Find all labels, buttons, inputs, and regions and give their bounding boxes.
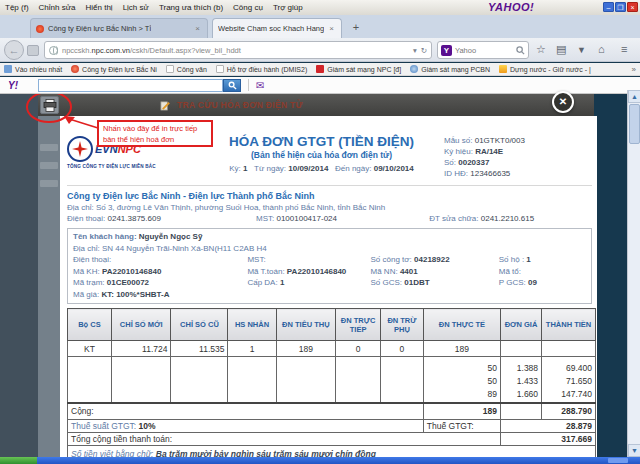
customer-address: Địa chỉ: SN 44 Nguyễn Trãi-Ninh Xá-BN(H1… <box>73 243 586 255</box>
red-square-icon <box>316 65 324 73</box>
tab-evn-bac-ninh[interactable]: Công ty Điện lực Bắc Ninh > Tỉ × <box>30 18 208 38</box>
home-icon[interactable]: ⌂ <box>598 43 605 55</box>
url-dropdown-icon[interactable]: ▾ <box>413 46 417 55</box>
restore-button[interactable]: ❐ <box>615 2 626 12</box>
scroll-down-icon[interactable]: ▼ <box>628 444 640 457</box>
crown-icon <box>499 65 507 73</box>
print-invoice-button[interactable] <box>40 96 59 114</box>
table-header-row: Bộ CSCHỈ SỐ MỚI CHỈ SỐ CŨHS NHÂN ĐN TIÊU… <box>68 309 596 341</box>
invoice-modal: EVNNPC TỔNG CÔNG TY ĐIỆN LỰC MIỀN BẮC HÓ… <box>60 116 597 464</box>
yahoo-search-input[interactable] <box>38 79 223 92</box>
grand-total-row: Tổng cộng tiền thanh toán: 317.669 <box>68 433 596 446</box>
invoice-meta-block: Mẫu số: 01GTKT0/003 Ký hiệu: RA/14E Số: … <box>444 132 592 179</box>
window-controls: – ❐ × <box>603 2 638 12</box>
yahoo-toolbar-logo: Y! <box>8 80 18 91</box>
search-magnifier-icon[interactable] <box>516 46 525 55</box>
tab-bar: Công ty Điện lực Bắc Ninh > Tỉ × Website… <box>0 15 640 38</box>
search-bar[interactable]: Y Yahoo <box>437 41 529 59</box>
tab-label: Công ty Điện lực Bắc Ninh > Tỉ <box>48 24 151 33</box>
customer-fields-row: Mã KH: PA22010146840 Mã T.toán: PA220101… <box>73 266 586 278</box>
start-button-edge[interactable] <box>0 457 37 464</box>
vertical-scrollbar[interactable]: ▲ ▼ <box>627 90 640 457</box>
bookmark-giam-sat-npc[interactable]: Giám sát mạng NPC [đ] <box>316 65 401 73</box>
invoice-period: Kỳ: 1 Từ ngày: 10/09/2014 Đến ngày: 09/1… <box>199 164 444 173</box>
search-engine-name: Yahoo <box>455 46 476 55</box>
menu-file[interactable]: Tệp (f) <box>0 3 34 12</box>
url-bar[interactable]: npccskh.npc.com.vn/cskh/Default.aspx?vie… <box>44 41 432 59</box>
customer-fields-row: Điện thoại: MST: Số công tơ: 04218922 Số… <box>73 254 586 266</box>
menu-bookmarks[interactable]: Trang ưa thích (b) <box>154 3 228 12</box>
dimmed-menu-item <box>40 180 58 187</box>
menu-edit[interactable]: Chỉnh sửa <box>34 3 81 12</box>
close-window-button[interactable]: × <box>627 2 638 12</box>
bookmark-star-icon[interactable]: ☆ <box>536 43 546 56</box>
bookmarks-bar: Vào nhiều nhất Công ty Điện lực Bắc Ni C… <box>0 63 640 76</box>
printer-icon <box>43 99 57 112</box>
divider <box>248 79 249 91</box>
yahoo-brand-logo: YAHOO! <box>488 1 534 13</box>
site-identity-icon[interactable] <box>49 46 58 55</box>
lookup-pencil-icon <box>160 100 171 111</box>
modal-header: TRA CỨU HÓA ĐƠN ĐIỆN TỬ ✕ <box>38 94 594 116</box>
customer-section: Tên khách hàng: Nguyễn Ngọc Sỹ Địa chỉ: … <box>67 228 592 304</box>
bookmark-giam-sat-pcbn[interactable]: Giám sát mạng PCBN <box>410 65 490 73</box>
bookmark-dmis2[interactable]: Hỗ trợ điều hành (DMIS2) <box>216 65 307 73</box>
tab-close-icon[interactable]: × <box>193 24 202 33</box>
favicon-evn-icon <box>36 25 44 33</box>
menu-help[interactable]: Trợ giúp <box>268 3 308 12</box>
globe-icon <box>410 65 418 73</box>
new-tab-button[interactable]: + <box>348 20 364 36</box>
tab-close-icon[interactable]: × <box>327 24 336 33</box>
hamburger-menu-icon[interactable]: ≡ <box>621 43 627 55</box>
tab-cham-soc-khach-hang-active[interactable]: Website Cham soc Khach Hang × <box>212 18 342 38</box>
menu-tools[interactable]: Công cụ <box>228 3 268 12</box>
company-address: Địa chỉ: Số 3, đường Lê Văn Thịnh, phườn… <box>67 203 592 212</box>
menu-history[interactable]: Lịch sử <box>118 3 154 12</box>
company-name: Công ty Điện lực Bắc Ninh - Điện lực Thà… <box>67 191 592 201</box>
dimmed-menu-item <box>40 144 58 151</box>
show-bookmarks-icon[interactable]: ▤ <box>556 43 566 56</box>
modal-close-button[interactable]: ✕ <box>552 91 574 113</box>
menu-view[interactable]: Hiển thị <box>81 3 118 12</box>
evn-star-logo-icon <box>67 136 93 162</box>
yahoo-search-button[interactable] <box>223 79 241 92</box>
browser-window: Tệp (f) Chỉnh sửa Hiển thị Lịch sử Trang… <box>0 0 640 464</box>
annotation-note: Nhấn vào đây để in trực tiếp bản thể hiệ… <box>97 120 213 147</box>
company-section: Công ty Điện lực Bắc Ninh - Điện lực Thà… <box>67 191 592 223</box>
evn-favicon-icon <box>71 65 79 73</box>
page-left-background <box>0 94 38 464</box>
search-magnifier-icon <box>228 81 237 90</box>
meter-reading-row: KT 11.724 11.535 1 189 0 0 189 <box>68 341 596 357</box>
forward-button[interactable] <box>27 45 39 56</box>
page-content: TRA CỨU HÓA ĐƠN ĐIỆN TỬ ✕ <box>0 94 627 464</box>
bookmark-dung-nuoc[interactable]: Dựng nước - Giữ nước - | <box>499 65 591 73</box>
yahoo-search-engine-icon[interactable]: Y <box>441 45 452 56</box>
customer-fields-row: Mã trạm: 01CE00072 Cấp DA: 1 Số GCS: 01D… <box>73 277 586 289</box>
subtotal-row: Cộng: 189 288.790 <box>68 403 596 420</box>
brand-org-line: TỔNG CÔNG TY ĐIỆN LỰC MIỀN BẮC <box>67 164 199 169</box>
document-icon <box>166 65 174 73</box>
url-text: npccskh.npc.com.vn/cskh/Default.aspx?vie… <box>62 46 241 55</box>
scrollbar-thumb[interactable] <box>629 104 640 144</box>
bookmark-evn-bac-ninh[interactable]: Công ty Điện lực Bắc Ni <box>71 65 157 73</box>
modal-title: TRA CỨU HÓA ĐƠN ĐIỆN TỬ <box>177 100 303 110</box>
grid-icon <box>4 65 12 73</box>
downloads-icon[interactable]: ▼ <box>577 45 586 55</box>
company-contacts: Điện thoại: 0241.3875.609 MST: 010010041… <box>67 214 592 223</box>
taskbar-button-edge[interactable] <box>608 458 628 463</box>
back-button[interactable]: ← <box>4 40 24 60</box>
invoice-title-block: HÓA ĐƠN GTGT (TIỀN ĐIỆN) (Bản thể hiện c… <box>199 132 444 179</box>
consumption-table: Bộ CSCHỈ SỐ MỚI CHỈ SỐ CŨHS NHÂN ĐN TIÊU… <box>67 308 596 462</box>
mail-envelope-icon[interactable]: ✉ <box>256 80 264 91</box>
bookmark-cong-van[interactable]: Công văn <box>166 65 207 73</box>
reload-icon[interactable]: ↻ <box>421 46 427 55</box>
tier-breakdown-row: 50 50 89 1.388 1.433 1.660 69.400 71.650 <box>68 357 596 403</box>
bookmark-most-visited[interactable]: Vào nhiều nhất <box>4 65 62 73</box>
tab-label: Website Cham soc Khach Hang <box>218 24 324 33</box>
minimize-button[interactable]: – <box>603 2 614 12</box>
bookmarks-overflow-chevron[interactable]: » <box>632 65 636 74</box>
scroll-up-icon[interactable]: ▲ <box>628 90 640 103</box>
dimmed-menu-item <box>40 162 58 169</box>
taskbar-edge <box>0 457 640 464</box>
document-icon <box>216 65 224 73</box>
